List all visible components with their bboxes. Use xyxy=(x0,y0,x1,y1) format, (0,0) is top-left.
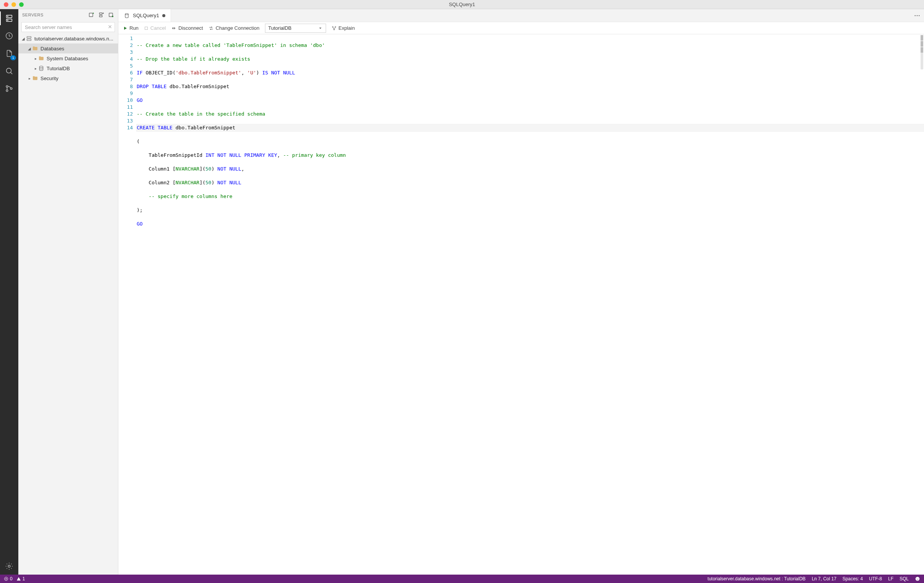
error-icon xyxy=(4,576,8,581)
svg-point-8 xyxy=(10,88,12,90)
svg-rect-16 xyxy=(27,39,31,40)
status-errors[interactable]: 0 xyxy=(4,576,13,581)
folder-icon xyxy=(32,75,38,81)
window-title: SQLQuery1 xyxy=(449,2,475,7)
sql-file-icon xyxy=(124,13,130,19)
explain-button[interactable]: Explain xyxy=(332,25,355,31)
line-gutter: 1234567891011121314 xyxy=(118,35,137,575)
new-server-group-icon[interactable] xyxy=(98,12,104,18)
svg-point-24 xyxy=(335,26,336,27)
svg-point-5 xyxy=(7,68,12,73)
svg-rect-15 xyxy=(27,36,31,38)
svg-point-7 xyxy=(6,90,8,92)
toolbar-label: Disconnect xyxy=(178,25,203,31)
folder-icon xyxy=(32,45,38,51)
svg-point-18 xyxy=(125,13,128,15)
database-select[interactable]: TutorialDB xyxy=(265,24,326,33)
explorer-badge: 1 xyxy=(10,55,16,60)
activity-bar: 1 xyxy=(0,9,18,575)
cancel-button: Cancel xyxy=(144,25,166,31)
change-connection-icon xyxy=(208,26,214,31)
editor-area: SQLQuery1 Run Cancel xyxy=(118,9,924,575)
search-input[interactable] xyxy=(21,22,115,32)
show-connections-icon[interactable] xyxy=(108,12,114,18)
tree-tutorialdb-node[interactable]: ▸ TutorialDB xyxy=(18,63,118,73)
run-button[interactable]: Run xyxy=(123,25,139,31)
toolbar-label: Cancel xyxy=(150,25,166,31)
minimap[interactable] xyxy=(921,35,923,69)
status-feedback-icon[interactable] xyxy=(915,576,920,581)
status-bar: 0 1 tutorialserver.database.windows.net … xyxy=(0,575,924,583)
tree-label: Security xyxy=(40,76,58,81)
stop-icon xyxy=(144,26,148,31)
database-icon xyxy=(38,65,44,71)
tree-label: tutorialserver.database.windows.n... xyxy=(35,36,114,41)
disconnect-icon xyxy=(171,26,177,31)
settings-gear-icon[interactable] xyxy=(4,561,15,571)
svg-point-27 xyxy=(916,577,920,581)
svg-rect-11 xyxy=(99,13,102,15)
svg-point-21 xyxy=(919,15,919,16)
maximize-window-button[interactable] xyxy=(19,2,24,7)
status-encoding[interactable]: UTF-8 xyxy=(869,576,882,581)
sidebar-search xyxy=(21,22,115,32)
svg-point-23 xyxy=(332,26,333,27)
server-icon xyxy=(26,36,32,41)
svg-rect-22 xyxy=(145,27,147,30)
select-value: TutorialDB xyxy=(269,25,292,31)
status-language[interactable]: SQL xyxy=(899,576,909,581)
explorer-icon[interactable]: 1 xyxy=(4,48,15,59)
svg-point-3 xyxy=(8,20,8,20)
tree-label: System Databases xyxy=(46,56,88,61)
warning-count: 1 xyxy=(23,576,25,581)
svg-point-14 xyxy=(112,16,114,17)
toolbar-label: Explain xyxy=(339,25,355,31)
sidebar-header: SERVERS xyxy=(18,9,118,21)
svg-point-28 xyxy=(917,578,917,578)
tree-server-node[interactable]: ◢ tutorialserver.database.windows.n... xyxy=(18,34,118,43)
toolbar-label: Change Connection xyxy=(216,25,260,31)
tab-label: SQLQuery1 xyxy=(133,13,159,18)
svg-point-9 xyxy=(8,565,10,567)
source-control-icon[interactable] xyxy=(4,83,15,94)
svg-point-25 xyxy=(333,29,334,30)
task-history-icon[interactable] xyxy=(4,31,15,41)
status-cursor-position[interactable]: Ln 7, Col 17 xyxy=(812,576,837,581)
status-connection[interactable]: tutorialserver.database.windows.net : Tu… xyxy=(708,576,806,581)
status-warnings[interactable]: 1 xyxy=(16,576,25,581)
search-icon[interactable] xyxy=(4,66,15,76)
dirty-indicator-icon xyxy=(162,14,165,17)
folder-icon xyxy=(38,55,44,61)
disconnect-button[interactable]: Disconnect xyxy=(171,25,203,31)
tree-system-databases-node[interactable]: ▸ System Databases xyxy=(18,53,118,63)
servers-icon[interactable] xyxy=(4,13,15,24)
query-toolbar: Run Cancel Disconnect Change Connection xyxy=(118,22,924,35)
new-connection-icon[interactable] xyxy=(88,12,94,18)
warning-icon xyxy=(16,576,21,581)
change-connection-button[interactable]: Change Connection xyxy=(208,25,260,31)
close-window-button[interactable] xyxy=(4,2,8,7)
tree-label: TutorialDB xyxy=(46,66,70,71)
window-controls xyxy=(0,2,24,7)
chevron-right-icon: ▸ xyxy=(33,66,38,71)
chevron-right-icon: ▸ xyxy=(33,56,38,61)
clear-search-icon[interactable] xyxy=(107,24,113,30)
svg-rect-12 xyxy=(99,15,102,17)
play-icon xyxy=(123,26,127,31)
explain-icon xyxy=(332,26,337,31)
code-editor[interactable]: 1234567891011121314 -- Create a new tabl… xyxy=(118,35,924,575)
svg-point-29 xyxy=(918,578,918,578)
chevron-down-icon xyxy=(318,26,323,31)
status-indentation[interactable]: Spaces: 4 xyxy=(843,576,863,581)
status-eol[interactable]: LF xyxy=(888,576,893,581)
tree-databases-node[interactable]: ◢ Databases xyxy=(18,43,118,53)
code-content[interactable]: -- Create a new table called 'TableFromS… xyxy=(137,35,924,575)
chevron-right-icon: ▸ xyxy=(27,76,32,81)
tree-security-node[interactable]: ▸ Security xyxy=(18,73,118,83)
minimize-window-button[interactable] xyxy=(12,2,16,7)
sidebar-title: SERVERS xyxy=(22,13,43,17)
server-tree: ◢ tutorialserver.database.windows.n... ◢… xyxy=(18,34,118,575)
tab-bar: SQLQuery1 xyxy=(118,9,924,22)
editor-more-icon[interactable] xyxy=(910,9,924,22)
editor-tab-sqlquery1[interactable]: SQLQuery1 xyxy=(118,9,171,22)
